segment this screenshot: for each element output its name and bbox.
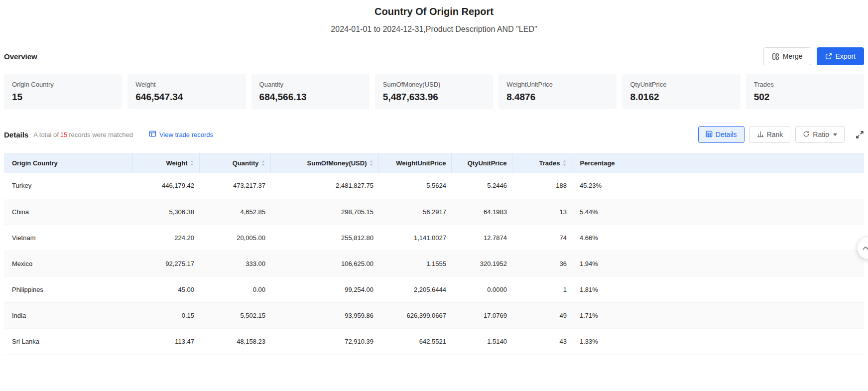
table-view-icon bbox=[706, 130, 713, 139]
merge-button[interactable]: Merge bbox=[763, 47, 811, 65]
export-button-label: Export bbox=[836, 52, 856, 60]
merge-icon bbox=[772, 53, 779, 60]
stat-card-value: 646,547.34 bbox=[135, 92, 238, 103]
table-cell: 0.00 bbox=[199, 276, 270, 302]
stat-card: SumOfMoney(USD)5,487,633.96 bbox=[375, 74, 493, 109]
table-cell: 5,502.15 bbox=[199, 302, 270, 328]
sort-icon bbox=[369, 160, 373, 166]
origin-country-cell: China bbox=[4, 199, 132, 225]
origin-country-cell: Turkey bbox=[4, 173, 132, 199]
table-cell: 5.5624 bbox=[378, 173, 451, 199]
stat-card-value: 8.4876 bbox=[506, 92, 609, 103]
tab-ratio[interactable]: Ratio bbox=[795, 126, 845, 143]
table-cell: 1.71% bbox=[572, 302, 864, 328]
column-header-label: WeightUnitPrice bbox=[396, 159, 446, 167]
stat-card-label: SumOfMoney(USD) bbox=[383, 81, 485, 88]
table-cell: 1,141.0027 bbox=[378, 225, 451, 251]
table-cell: 106,625.00 bbox=[270, 251, 378, 276]
stat-card: QtyUnitPrice8.0162 bbox=[622, 74, 740, 109]
table-row: Turkey446,179.42473,217.372,481,827.755.… bbox=[4, 173, 864, 199]
stat-card-value: 5,487,633.96 bbox=[383, 92, 485, 103]
stat-card: Weight646,547.34 bbox=[127, 74, 246, 109]
table-cell: 45.23% bbox=[572, 173, 864, 199]
column-header: Percentage bbox=[572, 153, 864, 173]
fullscreen-icon[interactable] bbox=[856, 130, 864, 139]
column-header: QtyUnitPrice bbox=[451, 153, 512, 173]
report-subtitle: 2024-01-01 to 2024-12-31,Product Descrip… bbox=[4, 25, 864, 34]
tab-rank[interactable]: Rank bbox=[749, 126, 791, 143]
column-header[interactable]: Trades bbox=[512, 153, 572, 173]
overview-cards: Origin Country15Weight646,547.34Quantity… bbox=[4, 74, 864, 109]
export-button[interactable]: Export bbox=[817, 47, 864, 65]
table-cell: 1.5140 bbox=[451, 328, 512, 354]
table-cell: 1.1555 bbox=[378, 251, 451, 276]
column-header-label: QtyUnitPrice bbox=[468, 159, 507, 167]
matched-count: 15 bbox=[59, 131, 69, 138]
table-cell: 13 bbox=[512, 199, 572, 225]
table-cell: 2,481,827.75 bbox=[270, 173, 378, 199]
table-cell: 5.2446 bbox=[451, 173, 512, 199]
stat-card-label: Trades bbox=[754, 81, 856, 88]
table-cell: 74 bbox=[512, 225, 572, 251]
details-label: Details bbox=[4, 130, 28, 139]
sort-icon bbox=[562, 160, 567, 166]
hand-chart-icon bbox=[862, 243, 868, 253]
table-cell: 99,254.00 bbox=[270, 276, 378, 302]
table-cell: 0.0000 bbox=[451, 276, 512, 302]
table-cell: 0.15 bbox=[132, 302, 199, 328]
table-cell: 45.00 bbox=[132, 276, 199, 302]
table-row: India0.155,502.1593,959.86626,399.066717… bbox=[4, 302, 864, 328]
table-cell: 17.0769 bbox=[451, 302, 512, 328]
column-header[interactable]: SumOfMoney(USD) bbox=[270, 153, 378, 173]
column-header[interactable]: Quantity bbox=[199, 153, 270, 173]
tab-rank-label: Rank bbox=[767, 130, 783, 138]
column-header: WeightUnitPrice bbox=[378, 153, 451, 173]
details-table-wrap: Origin CountryWeightQuantitySumOfMoney(U… bbox=[4, 153, 864, 355]
table-row: Philippines45.000.0099,254.002,205.64440… bbox=[4, 276, 864, 302]
matched-prefix: A total of bbox=[33, 131, 59, 138]
table-cell: 5.44% bbox=[572, 199, 864, 225]
stat-card-value: 15 bbox=[12, 92, 114, 103]
stat-card-label: WeightUnitPrice bbox=[506, 81, 609, 88]
stat-card-label: Quantity bbox=[259, 81, 362, 88]
table-cell: 188 bbox=[512, 173, 572, 199]
column-header[interactable]: Weight bbox=[132, 153, 199, 173]
table-cell: 48,158.23 bbox=[199, 328, 270, 354]
column-header-label: Weight bbox=[166, 159, 187, 167]
export-icon bbox=[825, 53, 832, 60]
table-cell: 1.94% bbox=[572, 251, 864, 276]
stat-card: Origin Country15 bbox=[4, 74, 122, 109]
column-header-label: Trades bbox=[539, 159, 560, 167]
table-cell: 72,910.39 bbox=[270, 328, 378, 354]
overview-actions: Merge Export bbox=[763, 47, 864, 65]
table-body: Turkey446,179.42473,217.372,481,827.755.… bbox=[4, 173, 864, 354]
table-row: Sri Lanka113.4748,158.2372,910.39642.552… bbox=[4, 328, 864, 354]
stat-card-value: 8.0162 bbox=[630, 92, 732, 103]
report-header: Country Of Origin Report 2024-01-01 to 2… bbox=[4, 4, 864, 34]
view-trade-records-link[interactable]: View trade records bbox=[149, 130, 213, 139]
tab-details[interactable]: Details bbox=[698, 126, 744, 143]
table-cell: 446,179.42 bbox=[132, 173, 199, 199]
table-cell: 224.20 bbox=[132, 225, 199, 251]
details-table: Origin CountryWeightQuantitySumOfMoney(U… bbox=[4, 153, 864, 355]
table-row: China5,306.384,652.85298,705.1556.291764… bbox=[4, 199, 864, 225]
table-cell: 64.1983 bbox=[451, 199, 512, 225]
overview-label: Overview bbox=[4, 52, 37, 61]
table-cell: 320.1952 bbox=[451, 251, 512, 276]
stat-card: Quantity684,566.13 bbox=[251, 74, 370, 109]
stat-card: Trades502 bbox=[746, 74, 864, 109]
table-cell: 92,275.17 bbox=[132, 251, 199, 276]
table-row: Vietnam224.2020,005.00255,812.801,141.00… bbox=[4, 225, 864, 251]
table-cell: 4,652.85 bbox=[199, 199, 270, 225]
column-header-label: Percentage bbox=[580, 159, 615, 167]
merge-button-label: Merge bbox=[783, 52, 803, 60]
table-cell: 298,705.15 bbox=[270, 199, 378, 225]
table-cell: 1.81% bbox=[572, 276, 864, 302]
origin-country-cell: Sri Lanka bbox=[4, 328, 132, 354]
matched-text: A total of15records were matched bbox=[33, 131, 133, 138]
table-cell: 642.5521 bbox=[378, 328, 451, 354]
table-cell: 473,217.37 bbox=[199, 173, 270, 199]
view-trade-records-label: View trade records bbox=[159, 131, 213, 138]
trade-records-icon bbox=[149, 130, 156, 139]
table-cell: 1.33% bbox=[572, 328, 864, 354]
